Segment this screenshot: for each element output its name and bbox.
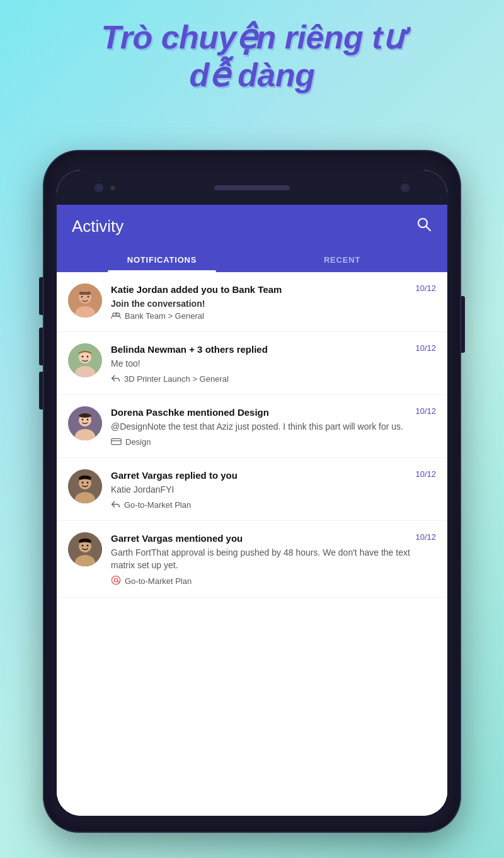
avatar-garret2 [68, 532, 102, 566]
notif-title-row-garret2: Garret Vargas mentioned you 10/12 [111, 532, 436, 545]
svg-rect-22 [112, 438, 121, 444]
app-title: Activity [72, 217, 123, 236]
notif-body-belinda: Me too! [111, 358, 436, 370]
avatar-belinda [68, 343, 102, 377]
reply-icon-belinda [111, 374, 120, 384]
at-icon-garret2 [111, 575, 121, 587]
svg-point-32 [82, 544, 84, 546]
notif-title-row-garret1: Garret Vargas replied to you 10/12 [111, 469, 436, 482]
notif-body-dorena: @DesignNote the test that Aziz just post… [111, 421, 436, 433]
svg-point-5 [81, 296, 83, 298]
svg-point-34 [112, 576, 120, 585]
tab-notifications[interactable]: NOTIFICATIONS [72, 248, 252, 272]
card-icon-dorena [111, 437, 122, 447]
notif-meta-text-dorena: Design [125, 437, 151, 447]
hero-line1: Trò chuyện riêng tư [25, 19, 479, 57]
notif-title-row: Katie Jordan added you to Bank Team 10/1… [111, 283, 436, 296]
notif-date-katie: 10/12 [415, 283, 436, 293]
notif-title-belinda: Belinda Newman + 3 others replied [111, 343, 410, 356]
notif-content-dorena: Dorena Paschke mentioned Design 10/12 @D… [111, 406, 436, 447]
search-button[interactable] [416, 216, 432, 236]
svg-point-27 [82, 481, 84, 483]
sensor [110, 185, 115, 190]
notif-title-row-dorena: Dorena Paschke mentioned Design 10/12 [111, 406, 436, 419]
notif-title-row-belinda: Belinda Newman + 3 others replied 10/12 [111, 343, 436, 356]
avatar-garret1 [68, 469, 102, 503]
avatar-katie [68, 283, 102, 317]
camera-left [94, 183, 103, 192]
svg-line-1 [427, 227, 431, 231]
svg-point-33 [87, 544, 89, 546]
notif-meta-text-belinda: 3D Printer Launch > General [124, 374, 229, 384]
svg-point-6 [88, 296, 89, 298]
svg-rect-7 [79, 292, 91, 295]
notif-subtitle-katie: Join the conversation! [111, 299, 436, 309]
notif-meta-text-katie: Bank Team > General [125, 311, 204, 321]
notification-item-dorena[interactable]: Dorena Paschke mentioned Design 10/12 @D… [57, 395, 447, 458]
notif-content-belinda: Belinda Newman + 3 others replied 10/12 … [111, 343, 436, 384]
notification-item-garret2[interactable]: Garret Vargas mentioned you 10/12 Garth … [57, 521, 447, 598]
notif-title-katie: Katie Jordan added you to Bank Team [111, 283, 410, 296]
speaker [214, 185, 290, 190]
app-title-row: Activity [72, 216, 432, 236]
avatar-dorena [68, 406, 102, 440]
notif-title-dorena: Dorena Paschke mentioned Design [111, 406, 410, 419]
hero-line2: dễ dàng [25, 57, 479, 94]
notif-date-garret2: 10/12 [415, 532, 436, 542]
tabs-row: NOTIFICATIONS RECENT [72, 248, 432, 272]
camera-right [401, 183, 410, 192]
notification-item-katie[interactable]: Katie Jordan added you to Bank Team 10/1… [57, 272, 447, 332]
app-header: Activity NOTIFICATIONS RECENT [57, 205, 447, 272]
notif-title-garret1: Garret Vargas replied to you [111, 469, 410, 482]
phone-notch [57, 170, 447, 205]
phone-outer: Activity NOTIFICATIONS RECENT [44, 151, 460, 832]
notif-meta-garret2: Go-to-Market Plan [111, 575, 436, 587]
notif-title-garret2: Garret Vargas mentioned you [111, 532, 410, 545]
notif-meta-garret1: Go-to-Market Plan [111, 500, 436, 510]
phone-screen: Activity NOTIFICATIONS RECENT [57, 170, 447, 816]
notif-meta-dorena: Design [111, 437, 436, 447]
notif-meta-katie: Bank Team > General [111, 311, 436, 321]
svg-point-35 [114, 579, 117, 582]
notif-body-garret1: Katie JordanFYI [111, 484, 436, 496]
phone-mockup: Activity NOTIFICATIONS RECENT [44, 151, 460, 832]
notif-meta-text-garret2: Go-to-Market Plan [125, 576, 192, 586]
notif-date-belinda: 10/12 [415, 343, 436, 353]
notif-content-katie: Katie Jordan added you to Bank Team 10/1… [111, 283, 436, 321]
hero-section: Trò chuyện riêng tư dễ dàng [0, 0, 504, 107]
notif-date-dorena: 10/12 [415, 406, 436, 416]
tab-recent[interactable]: RECENT [252, 248, 432, 272]
notif-date-garret1: 10/12 [415, 469, 436, 479]
group-icon [111, 311, 121, 321]
svg-point-21 [87, 418, 89, 420]
notif-meta-belinda: 3D Printer Launch > General [111, 374, 436, 384]
reply-icon-garret1 [111, 500, 120, 510]
notification-item-garret1[interactable]: Garret Vargas replied to you 10/12 Katie… [57, 458, 447, 521]
notif-content-garret1: Garret Vargas replied to you 10/12 Katie… [111, 469, 436, 510]
notification-item-belinda[interactable]: Belinda Newman + 3 others replied 10/12 … [57, 332, 447, 395]
svg-point-16 [87, 355, 89, 357]
svg-point-15 [82, 355, 84, 357]
notif-body-garret2: Garth FortThat approval is being pushed … [111, 547, 436, 571]
notif-meta-text-garret1: Go-to-Market Plan [124, 500, 191, 510]
svg-point-28 [87, 481, 89, 483]
notifications-list: Katie Jordan added you to Bank Team 10/1… [57, 272, 447, 816]
notif-content-garret2: Garret Vargas mentioned you 10/12 Garth … [111, 532, 436, 588]
svg-point-20 [82, 418, 84, 420]
